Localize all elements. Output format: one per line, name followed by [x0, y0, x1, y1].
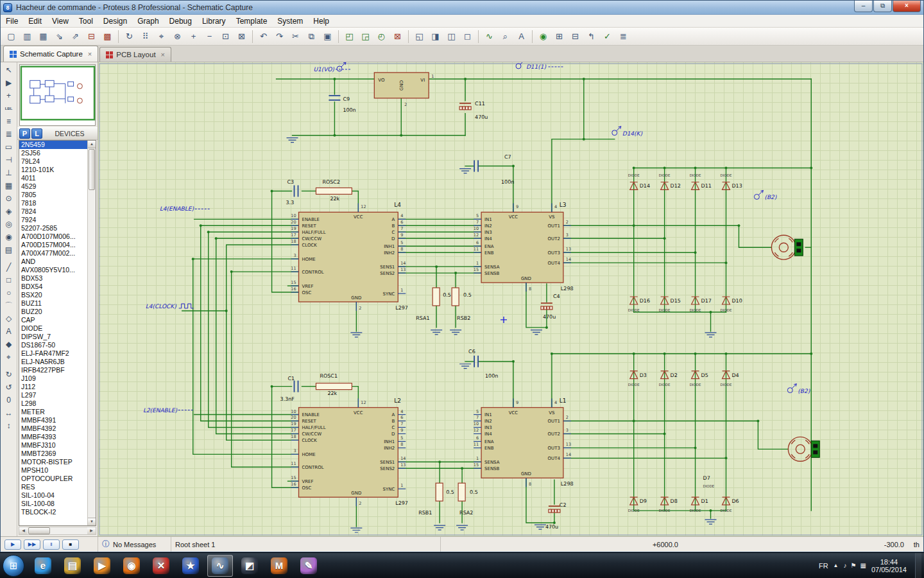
wire[interactable]	[201, 225, 299, 421]
device-list-item[interactable]: AVX0805Y5V10...	[19, 266, 96, 274]
ic-l2[interactable]: L2L29710ENABLE20RESET19HALF/FULL17CW/CCW…	[291, 398, 408, 507]
wire[interactable]	[232, 272, 299, 467]
device-list-item[interactable]: 4011	[19, 174, 96, 182]
close-button[interactable]: ×	[893, 1, 921, 12]
device-list-item[interactable]: 2SJ56	[19, 149, 96, 157]
2d-symbol-mode-button[interactable]: ◆	[2, 338, 15, 351]
device-list-item[interactable]: DIPSW_7	[19, 333, 96, 341]
electrical-rule-check-button[interactable]: ✓	[600, 30, 615, 44]
device-list-item[interactable]: MMBF4392	[19, 425, 96, 433]
stop-button[interactable]: ■	[62, 539, 79, 550]
device-list-item[interactable]: MPSH10	[19, 466, 96, 475]
2d-box-mode-button[interactable]: □	[2, 274, 15, 286]
mark-output-area-button[interactable]: ▩	[100, 30, 115, 44]
x-mirror-button[interactable]: ↔	[2, 407, 15, 419]
device-list-item[interactable]: SIL-100-08	[19, 500, 96, 508]
pick-device-button[interactable]: P	[19, 128, 30, 139]
device-list-item[interactable]: J112	[19, 383, 96, 391]
y-mirror-button[interactable]: ↕	[2, 419, 15, 432]
capacitor-c3[interactable]	[295, 185, 298, 197]
diode-d4[interactable]: D4DIODE	[721, 371, 739, 387]
diode-d12[interactable]: D12DIODE	[659, 173, 681, 190]
save-design-button[interactable]: ▦	[36, 30, 51, 44]
tab-pcb-layout[interactable]: PCB Layout×	[99, 47, 171, 62]
device-list-item[interactable]: ELJ-FAR47MF2	[19, 349, 96, 358]
resistor-rosc1[interactable]	[316, 383, 352, 390]
diode-d6[interactable]: D6DIODE	[721, 497, 739, 512]
search-tag-button[interactable]: ⌕	[498, 30, 513, 44]
resistor-rsa2[interactable]	[458, 483, 465, 501]
wire-autorouter-button[interactable]: ∿	[482, 30, 497, 44]
resistor-rsb1[interactable]	[436, 483, 443, 501]
taskbar-app-dark[interactable]: ◩	[237, 555, 262, 577]
wire-label[interactable]: L4(ENABLE)	[160, 206, 210, 212]
library-manage-button[interactable]: L	[31, 128, 42, 139]
menu-system[interactable]: System	[272, 15, 308, 27]
wire[interactable]	[352, 191, 358, 212]
start-button[interactable]: ⊞	[3, 555, 24, 577]
taskbar-clock[interactable]: 18:44 07/05/2014	[871, 558, 907, 574]
device-list-item[interactable]: RES	[19, 483, 96, 491]
2d-path-mode-button[interactable]: ◇	[2, 312, 15, 325]
zoom-in-button[interactable]: +	[186, 30, 201, 44]
taskbar-internet-explorer[interactable]: e	[30, 555, 56, 577]
bus-mode-button[interactable]: ≣	[2, 128, 15, 141]
step-button[interactable]: ▶▶	[24, 539, 40, 550]
maximize-button[interactable]: ⧉	[873, 1, 892, 12]
new-root-sheet-button[interactable]: ⊞	[552, 30, 567, 44]
rotation-angle-button[interactable]: 0	[2, 394, 15, 407]
2d-arc-mode-button[interactable]: ⌒	[2, 299, 15, 312]
menu-tool[interactable]: Tool	[74, 15, 98, 27]
move-block-button[interactable]: ◲	[358, 30, 373, 44]
device-list-item[interactable]: BUZ20	[19, 308, 96, 316]
netlist-compile-button[interactable]: ≣	[616, 30, 631, 44]
wire[interactable]	[193, 259, 299, 454]
capacitor-c9[interactable]	[329, 96, 340, 100]
diode-d5[interactable]: D5DIODE	[690, 371, 708, 387]
device-list-item[interactable]: TBLOCK-I2	[19, 508, 96, 516]
decompose-button[interactable]: ◻	[460, 30, 475, 44]
terminal-mode-button[interactable]: ⊣	[2, 153, 15, 166]
stepper-motor[interactable]	[771, 235, 803, 259]
text-script-mode-button[interactable]: ≡	[2, 115, 15, 128]
junction-dot-mode-button[interactable]: +	[2, 89, 15, 102]
diode-d14[interactable]: D14DIODE	[628, 173, 650, 190]
capacitor-c1[interactable]	[295, 381, 298, 392]
taskbar-media-player[interactable]: ▶	[89, 555, 115, 577]
device-list-item[interactable]: J109	[19, 374, 96, 383]
menu-design[interactable]: Design	[98, 15, 132, 27]
exit-to-parent-button[interactable]: ↰	[584, 30, 599, 44]
toggle-grid-button[interactable]: ⠿	[138, 30, 153, 44]
device-list-item[interactable]: BSX20	[19, 291, 96, 299]
message-panel[interactable]: ⓘ No Messages	[98, 537, 171, 552]
wire[interactable]	[352, 387, 358, 408]
wire-label[interactable]: L4(CLOCK)	[146, 303, 194, 310]
device-list-item[interactable]: MMBT2369	[19, 450, 96, 458]
zoom-out-button[interactable]: −	[202, 30, 217, 44]
menu-library[interactable]: Library	[197, 15, 231, 27]
device-list-item[interactable]: 52207-2585	[19, 224, 96, 232]
device-list-item[interactable]: MMBF4391	[19, 416, 96, 425]
device-list-item[interactable]: MMBF4393	[19, 433, 96, 441]
paste-button[interactable]: ▣	[320, 30, 335, 44]
2d-marker-mode-button[interactable]: ⌖	[2, 351, 15, 363]
device-list-item[interactable]: SIL-100-04	[19, 491, 96, 500]
taskbar-windows-explorer[interactable]: ▤	[60, 555, 85, 577]
make-device-button[interactable]: ◨	[428, 30, 443, 44]
vscroll-thumb[interactable]	[89, 149, 95, 190]
capacitor-c6[interactable]	[474, 356, 478, 367]
device-list-item[interactable]: A700X477M002...	[19, 249, 96, 258]
export-section-button[interactable]: ⇗	[68, 30, 83, 44]
device-list-item[interactable]: 2N5459	[19, 141, 96, 149]
device-list-item[interactable]: BUZ11	[19, 299, 96, 308]
schematic-editor[interactable]: VOVIGND12L4L29710ENABLE20RESET19HALF/FUL…	[98, 62, 923, 536]
resistor-rsb2[interactable]	[452, 288, 459, 306]
print-design-button[interactable]: ⊟	[84, 30, 99, 44]
device-list-item[interactable]: 1210-101K	[19, 166, 96, 174]
graph-mode-button[interactable]: ▦	[2, 179, 15, 192]
hscroll-thumb[interactable]	[28, 527, 50, 534]
tape-recorder-mode-button[interactable]: ⊙	[2, 192, 15, 205]
virtual-instruments-mode-button[interactable]: ▤	[2, 243, 15, 256]
2d-text-mode-button[interactable]: A	[2, 325, 15, 338]
diode-d11[interactable]: D11DIODE	[690, 173, 712, 190]
